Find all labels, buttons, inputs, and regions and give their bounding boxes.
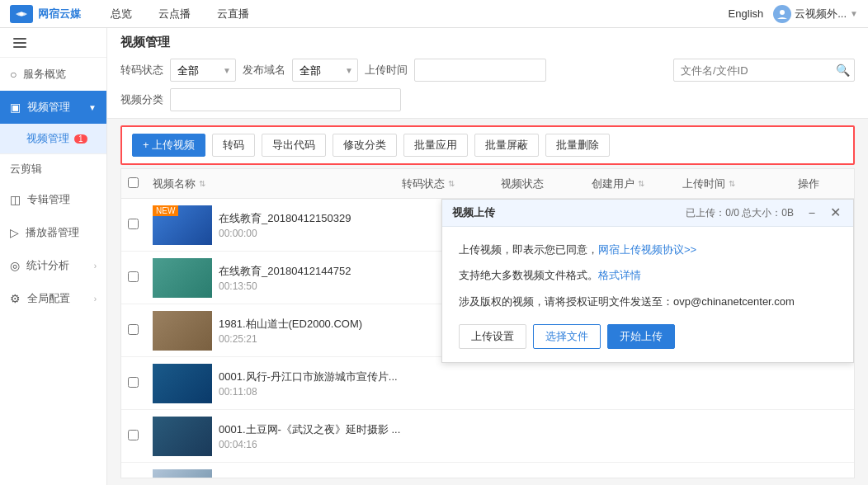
svg-rect-4 [13, 46, 26, 48]
upload-info-1: 上传视频，即表示您已同意，网宿上传视频协议>> [459, 240, 837, 259]
stats-icon: ◎ [10, 259, 20, 272]
sidebar-item-global-config[interactable]: ⚙ 全局配置 › [0, 282, 106, 315]
row-checkbox-0[interactable] [128, 219, 139, 229]
sidebar-label-overview: 服务概览 [23, 67, 66, 82]
th-creator: 创建用户 ⇅ [592, 177, 682, 191]
language-btn[interactable]: English [729, 7, 764, 20]
row-checkbox-3[interactable] [128, 377, 139, 388]
sidebar-label-config: 全局配置 [27, 291, 70, 306]
td-name: NEW 在线教育_20180412150329 00:00:00 [153, 205, 402, 245]
upload-panel-minimize-btn[interactable]: － [804, 205, 820, 221]
sidebar-item-player[interactable]: ▷ 播放器管理 [0, 216, 106, 249]
table-row: 0001.风行-丹江口市旅游城市宣传片... 00:11:08 [121, 357, 854, 410]
modify-category-btn[interactable]: 修改分类 [333, 134, 397, 157]
sidebar-badge: 1 [74, 134, 87, 144]
upload-video-btn[interactable]: + 上传视频 [132, 134, 205, 157]
nav-item-vod[interactable]: 云点播 [145, 0, 204, 28]
th-video-status: 视频状态 [501, 177, 592, 191]
video-mgmt-icon: ▣ [10, 101, 21, 114]
svg-point-0 [20, 12, 24, 16]
batch-apply-btn[interactable]: 批量应用 [403, 134, 468, 157]
search-input[interactable] [673, 59, 855, 82]
th-transcode-status: 转码状态 ⇅ [402, 177, 501, 191]
video-name-4: 0001.土豆网-《武汉之夜》延时摄影 ... [219, 422, 400, 437]
top-nav-menus: 总览 云点播 云直播 [97, 0, 729, 28]
upload-time-label: 上传时间 [365, 63, 408, 78]
td-check [128, 219, 153, 232]
row-checkbox-1[interactable] [128, 271, 139, 282]
time-sort-icon[interactable]: ⇅ [729, 179, 735, 188]
td-check [128, 324, 153, 337]
th-upload-time: 上传时间 ⇅ [682, 177, 798, 191]
format-detail-link[interactable]: 格式详情 [598, 269, 641, 281]
choose-file-btn[interactable]: 选择文件 [533, 324, 601, 349]
upload-panel-close-btn[interactable]: ✕ [827, 205, 843, 221]
name-sort-icon[interactable]: ⇅ [199, 179, 205, 188]
upload-settings-btn[interactable]: 上传设置 [459, 324, 526, 349]
toolbar: + 上传视频 转码 导出代码 修改分类 批量应用 批量屏蔽 批量删除 [120, 125, 855, 165]
search-icon[interactable]: 🔍 [836, 64, 850, 77]
stats-arrow-icon: › [94, 261, 97, 271]
top-nav-right: English 云视频外... ▼ [729, 5, 858, 23]
upload-panel-body: 上传视频，即表示您已同意，网宿上传视频协议>> 支持绝大多数视频文件格式。格式详… [442, 227, 853, 362]
upload-panel-title: 视频上传 [452, 205, 676, 220]
video-thumbnail-5 [153, 469, 212, 478]
video-name-1: 在线教育_20180412144752 [219, 264, 351, 279]
user-avatar-icon [773, 5, 791, 23]
cloud-edit-label: 云剪辑 [10, 162, 42, 177]
creator-sort-icon[interactable]: ⇅ [638, 179, 644, 188]
sidebar-label-album: 专辑管理 [27, 192, 70, 207]
td-name: 0001.土豆网-《武汉之夜》延时摄影 ... 00:04:16 [153, 417, 402, 456]
batch-mute-btn[interactable]: 批量屏蔽 [474, 134, 539, 157]
video-name-5: 234_20180411152308 [219, 476, 326, 478]
video-name-2: 1981.柏山道士(ED2000.COM) [219, 317, 362, 332]
table-body: NEW 在线教育_20180412150329 00:00:00 [121, 199, 854, 478]
nav-item-live[interactable]: 云直播 [204, 0, 262, 28]
table-header: 视频名称 ⇅ 转码状态 ⇅ 视频状态 创建用户 ⇅ 上传时间 ⇅ [121, 169, 854, 199]
transcode-status-label: 转码状态 [120, 63, 163, 78]
upload-time-input[interactable] [414, 59, 546, 82]
sidebar-hamburger[interactable] [0, 28, 106, 58]
video-category-label: 视频分类 [120, 92, 163, 107]
user-label: 云视频外... [795, 7, 847, 21]
nav-item-overview[interactable]: 总览 [97, 0, 145, 28]
search-wrap: 🔍 [673, 59, 855, 82]
sidebar-item-stats[interactable]: ◎ 统计分析 › [0, 249, 106, 282]
sidebar-item-video-management[interactable]: ▣ 视频管理 ▼ [0, 91, 106, 124]
row-checkbox-2[interactable] [128, 324, 139, 335]
publish-domain-label: 发布域名 [243, 63, 285, 78]
th-name: 视频名称 ⇅ [153, 177, 402, 191]
video-name-3: 0001.风行-丹江口市旅游城市宣传片... [219, 370, 398, 384]
sidebar-item-album[interactable]: ◫ 专辑管理 [0, 183, 106, 216]
start-upload-btn[interactable]: 开始上传 [607, 324, 675, 349]
transcode-sort-icon[interactable]: ⇅ [448, 179, 455, 188]
upload-agreement-link[interactable]: 网宿上传视频协议>> [598, 243, 696, 256]
video-category-input[interactable] [170, 88, 401, 111]
video-duration-1: 00:13:50 [219, 280, 351, 292]
batch-delete-btn[interactable]: 批量删除 [545, 134, 610, 157]
new-badge: NEW [153, 205, 178, 216]
th-check [128, 177, 153, 191]
sidebar: ○ 服务概览 ▣ 视频管理 ▼ 视频管理 1 云剪辑 ◫ 专辑管理 ▷ 播放器管… [0, 28, 107, 485]
sidebar-arrow-icon: ▼ [88, 103, 97, 112]
user-dropdown-icon: ▼ [850, 9, 858, 18]
export-code-btn[interactable]: 导出代码 [262, 134, 326, 157]
video-name-0: 在线教育_20180412150329 [219, 211, 351, 226]
row-checkbox-4[interactable] [128, 430, 139, 440]
video-duration-4: 00:04:16 [219, 439, 400, 450]
upload-info-2: 支持绝大多数视频文件格式。格式详情 [459, 266, 837, 285]
transcode-status-select[interactable]: 全部 [170, 59, 236, 82]
publish-domain-select[interactable]: 全部 [292, 59, 358, 82]
publish-domain-select-wrap: 全部 ▼ [292, 59, 358, 82]
config-arrow-icon: › [94, 294, 97, 304]
sidebar-item-overview[interactable]: ○ 服务概览 [0, 58, 106, 91]
upload-info-3: 涉及版权的视频，请将授权证明文件发送至：ovp@chinanetcenter.c… [459, 292, 837, 311]
upload-panel-header: 视频上传 已上传：0/0 总大小：0B － ✕ [442, 200, 853, 227]
td-name: 1981.柏山道士(ED2000.COM) 00:25:21 [153, 311, 402, 351]
select-all-checkbox[interactable] [128, 177, 139, 188]
user-menu[interactable]: 云视频外... ▼ [773, 5, 858, 23]
transcode-btn[interactable]: 转码 [212, 134, 255, 157]
sidebar-sub-item-video-list[interactable]: 视频管理 1 [0, 124, 106, 153]
sidebar-label-player: 播放器管理 [26, 225, 79, 240]
video-duration-3: 00:11:08 [219, 386, 398, 398]
